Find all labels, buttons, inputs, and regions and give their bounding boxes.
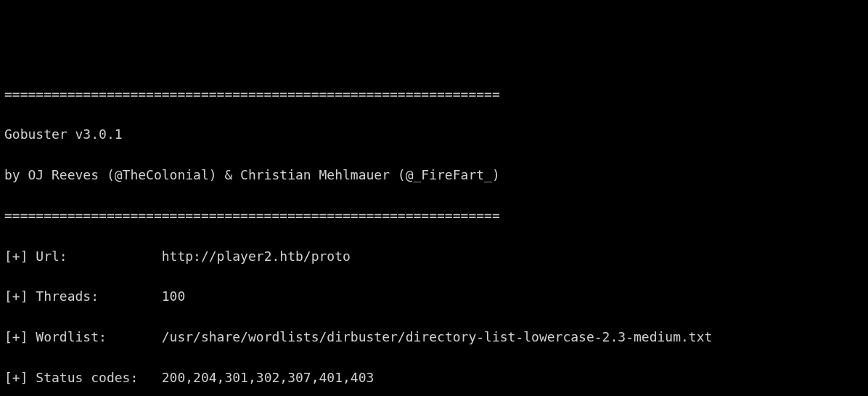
config-value: 200,204,301,302,307,401,403: [162, 370, 374, 385]
config-value: http://player2.htb/proto: [162, 248, 351, 264]
terminal-output[interactable]: ========================================…: [4, 84, 864, 396]
divider-line: ========================================…: [4, 206, 864, 226]
header-authors: by OJ Reeves (@TheColonial) & Christian …: [4, 165, 864, 185]
config-value: /usr/share/wordlists/dirbuster/directory…: [162, 329, 713, 344]
config-label: [+] Threads:: [4, 288, 162, 304]
config-value: 100: [162, 288, 186, 304]
config-wordlist: [+] Wordlist: /usr/share/wordlists/dirbu…: [4, 327, 864, 347]
divider-line: ========================================…: [4, 84, 864, 105]
config-status-codes: [+] Status codes: 200,204,301,302,307,40…: [4, 368, 864, 388]
config-label: [+] Status codes:: [4, 370, 162, 385]
config-url: [+] Url: http://player2.htb/proto: [4, 246, 864, 267]
config-label: [+] Wordlist:: [4, 329, 162, 344]
config-label: [+] Url:: [4, 248, 162, 264]
header-version: Gobuster v3.0.1: [4, 124, 864, 145]
config-threads: [+] Threads: 100: [4, 286, 864, 307]
